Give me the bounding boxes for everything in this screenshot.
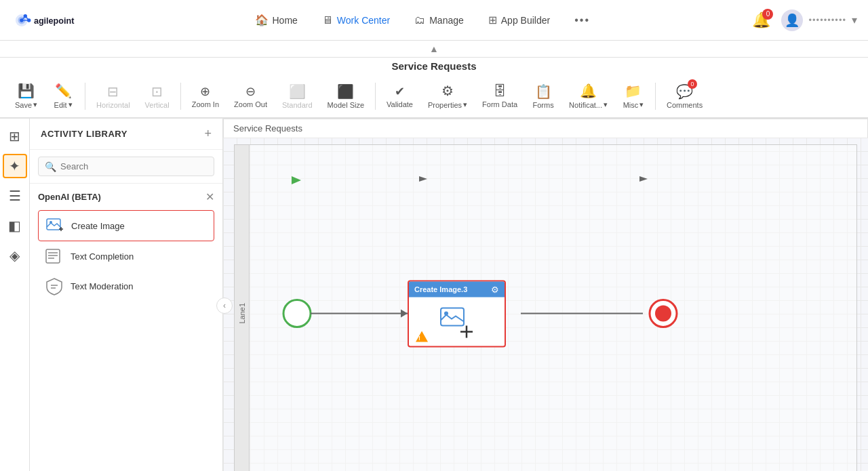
model-size-icon: ⬛: [337, 83, 354, 100]
node-gear-icon[interactable]: ⚙: [491, 284, 499, 294]
toolbar-horizontal: ⊟ Horizontal: [90, 81, 137, 112]
monitor-icon: 🖥: [322, 14, 333, 26]
nav-manage[interactable]: 🗂 Manage: [405, 10, 473, 30]
save-dropdown-arrow: ▾: [33, 100, 37, 109]
toolbar-misc-label: Misc ▾: [623, 100, 644, 109]
search-wrap: 🔍: [38, 157, 214, 176]
toolbar-forms[interactable]: 📋 Forms: [526, 81, 561, 112]
panel-wrapper: ACTIVITY LIBRARY + 🔍 OpenAI (BETA) ✕: [30, 119, 223, 471]
user-menu[interactable]: 👤 •••••••••• ▾: [781, 9, 857, 31]
connector-arrow-1: [419, 176, 427, 182]
user-dropdown-chevron: ▾: [852, 14, 857, 26]
nav-work-center-label: Work Center: [337, 15, 390, 26]
toolbar-standard: ⬜ Standard: [275, 81, 319, 112]
canvas-inner[interactable]: Lane1: [223, 138, 868, 471]
activity-item-text-moderation[interactable]: Text Moderation: [38, 271, 214, 301]
nav-right: 🔔 0 👤 •••••••••• ▾: [752, 9, 857, 31]
openai-close-button[interactable]: ✕: [205, 190, 214, 203]
logo-svg: agilepoint: [11, 8, 92, 33]
grid-icon: ⊞: [488, 14, 497, 26]
toolbar-misc[interactable]: 📁 Misc ▾: [616, 80, 651, 112]
vertical-icon: ⊡: [151, 83, 163, 100]
toolbar-zoom-in[interactable]: ⊕ Zoom In: [185, 81, 226, 111]
activity-item-text-completion[interactable]: Text Completion: [38, 241, 214, 271]
text-completion-label: Text Completion: [71, 251, 134, 262]
left-icon-apps[interactable]: ⊞: [3, 124, 27, 148]
left-icon-bar: ⊞ ✦ ☰ ◧ ◈: [0, 119, 30, 471]
zoom-in-icon: ⊕: [200, 84, 210, 99]
toolbar-edit[interactable]: ✏️ Edit ▾: [45, 80, 81, 112]
collapse-arrow[interactable]: ▲: [0, 41, 868, 58]
start-node[interactable]: [283, 300, 311, 327]
nav-app-builder[interactable]: ⊞ App Builder: [479, 9, 559, 30]
nav-home-label: Home: [273, 15, 298, 26]
search-input[interactable]: [38, 157, 214, 176]
toolbar-forms-label: Forms: [532, 101, 553, 109]
left-icon-list[interactable]: ☰: [3, 184, 27, 208]
toolbar-model-size[interactable]: ⬛ Model Size: [321, 81, 371, 112]
toolbar-form-data[interactable]: 🗄 Form Data: [475, 81, 524, 111]
node-header: Create Image.3 ⚙: [409, 281, 505, 297]
nav-center: 🏠 Home 🖥 Work Center 🗂 Manage ⊞ App Buil…: [245, 9, 599, 30]
left-icon-openai[interactable]: ✦: [3, 154, 27, 178]
nav-more[interactable]: •••: [565, 10, 599, 30]
activity-panel-close-button[interactable]: +: [204, 127, 212, 141]
notifications-dropdown-arrow: ▾: [604, 100, 608, 109]
lane-label: Lane1: [238, 303, 246, 324]
home-icon: 🏠: [255, 14, 269, 26]
workflow-svg: [250, 145, 856, 471]
horizontal-icon: ⊟: [107, 83, 119, 100]
activity-panel: ACTIVITY LIBRARY + 🔍 OpenAI (BETA) ✕: [30, 119, 223, 471]
warning-exclamation: !: [418, 334, 420, 341]
nav-work-center[interactable]: 🖥 Work Center: [313, 10, 399, 30]
node-body-icon: [439, 304, 475, 339]
form-data-icon: 🗄: [493, 83, 507, 99]
svg-rect-13: [46, 249, 60, 263]
activity-panel-header: ACTIVITY LIBRARY +: [30, 119, 222, 150]
notification-bell[interactable]: 🔔 0: [752, 12, 770, 29]
toolbar-vertical-label: Vertical: [145, 101, 170, 109]
badge-icon: ◈: [9, 247, 20, 264]
notifications-icon: 🔔: [580, 83, 597, 99]
chevron-left-icon: ‹: [223, 301, 226, 310]
toolbar-validate[interactable]: ✔ Validate: [380, 81, 420, 111]
nav-home[interactable]: 🏠 Home: [245, 9, 307, 30]
toolbar-save-label: Save ▾: [15, 100, 37, 109]
misc-icon: 📁: [625, 83, 642, 99]
toolbar-vertical: ⊡ Vertical: [138, 81, 176, 112]
misc-dropdown-arrow: ▾: [639, 100, 644, 109]
nav-app-builder-label: App Builder: [501, 15, 550, 26]
apps-grid-icon: ⊞: [9, 128, 20, 144]
toolbar-comments[interactable]: 💬 0 Comments: [660, 81, 709, 112]
list-icon: ☰: [9, 188, 21, 204]
collapse-panel-button[interactable]: ‹: [216, 298, 233, 314]
lane: Lane1: [234, 144, 857, 471]
warning-triangle: [416, 331, 428, 342]
toolbar-sep-4: [655, 83, 656, 110]
top-nav: agilepoint 🏠 Home 🖥 Work Center 🗂 Manage…: [0, 0, 868, 41]
properties-icon: ⚙: [441, 83, 454, 99]
avatar-icon: 👤: [785, 13, 800, 28]
edit-icon: ✏️: [55, 83, 72, 99]
more-dots-icon: •••: [574, 14, 590, 26]
create-image-node[interactable]: Create Image.3 ⚙: [408, 280, 506, 347]
toolbar-properties[interactable]: ⚙ Properties ▾: [421, 80, 474, 112]
openai-section-title: OpenAI (BETA): [38, 192, 101, 202]
openai-section: OpenAI (BETA) ✕ Create Image: [30, 184, 222, 308]
text-moderation-label: Text Moderation: [71, 281, 134, 291]
edit-dropdown-arrow: ▾: [68, 100, 73, 109]
create-image-label: Create Image: [71, 221, 125, 231]
left-icon-shapes[interactable]: ◧: [3, 213, 27, 238]
toolbar-notifications[interactable]: 🔔 Notificat... ▾: [562, 80, 614, 112]
text-completion-icon: [45, 247, 64, 266]
toolbar-save[interactable]: 💾 Save ▾: [8, 80, 44, 112]
page-title: Service Requests: [0, 58, 868, 75]
activity-item-create-image[interactable]: Create Image: [38, 210, 214, 241]
connector-arrow-2: [639, 176, 648, 182]
toolbar-validate-label: Validate: [387, 100, 413, 108]
toolbar-zoom-out[interactable]: ⊖ Zoom Out: [227, 81, 274, 111]
toolbar-zoom-out-label: Zoom Out: [234, 100, 267, 108]
avatar: 👤: [781, 9, 803, 31]
toolbar-zoom-in-label: Zoom In: [192, 100, 219, 108]
left-icon-badge[interactable]: ◈: [3, 243, 27, 268]
